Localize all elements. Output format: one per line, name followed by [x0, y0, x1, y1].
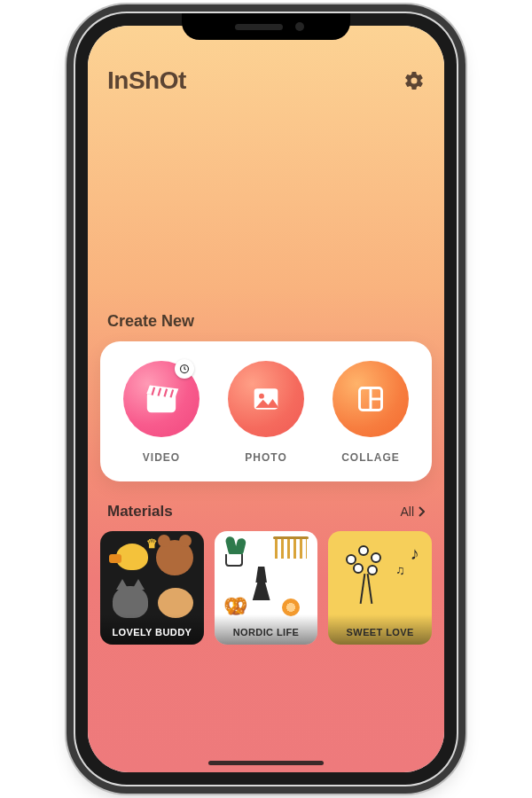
material-label-1: LOVELY BUDDY — [112, 627, 192, 638]
collage-circle — [332, 361, 409, 437]
material-art-3: ♪♫ — [333, 536, 426, 622]
clock-icon — [175, 359, 194, 379]
video-button[interactable]: VIDEO — [123, 361, 200, 464]
materials-all-label: All — [400, 505, 414, 519]
image-icon — [248, 381, 284, 417]
materials-label: Materials — [107, 503, 173, 520]
create-new-card: VIDEO PHOTO — [100, 341, 432, 481]
create-new-label: Create New — [88, 312, 444, 341]
photo-button[interactable]: PHOTO — [228, 361, 304, 464]
material-lovely-buddy[interactable]: ♛ LOVELY BUDDY — [100, 531, 204, 645]
materials-list: ♛ LOVELY BUDDY 🥨 — [88, 531, 444, 661]
phone-frame: InShOt Create New — [75, 13, 457, 785]
materials-all-button[interactable]: All — [400, 505, 425, 519]
hero-area — [88, 95, 444, 312]
material-sweet-love[interactable]: ♪♫ SWEET LOVE — [328, 531, 432, 645]
device-screen: InShOt Create New — [88, 26, 444, 772]
chevron-right-icon — [418, 506, 425, 517]
gear-icon[interactable] — [403, 70, 425, 91]
materials-header: Materials All — [88, 481, 444, 531]
material-nordic-life[interactable]: 🥨 NORDIC LIFE — [215, 531, 318, 645]
collage-icon — [353, 381, 388, 417]
photo-circle — [228, 361, 304, 437]
material-label-3: SWEET LOVE — [347, 627, 414, 638]
collage-button[interactable]: COLLAGE — [332, 361, 409, 464]
collage-label: COLLAGE — [341, 451, 400, 464]
app-root: InShOt Create New — [88, 26, 444, 772]
home-indicator — [208, 761, 324, 765]
photo-label: PHOTO — [245, 451, 286, 464]
svg-point-3 — [259, 394, 264, 399]
material-label-2: NORDIC LIFE — [233, 627, 300, 638]
material-art-1: ♛ — [107, 538, 197, 618]
device-notch — [182, 13, 350, 40]
material-art-2: 🥨 — [220, 536, 313, 620]
app-logo: InShOt — [107, 66, 186, 95]
clapper-icon — [143, 380, 180, 418]
video-label: VIDEO — [143, 451, 180, 464]
